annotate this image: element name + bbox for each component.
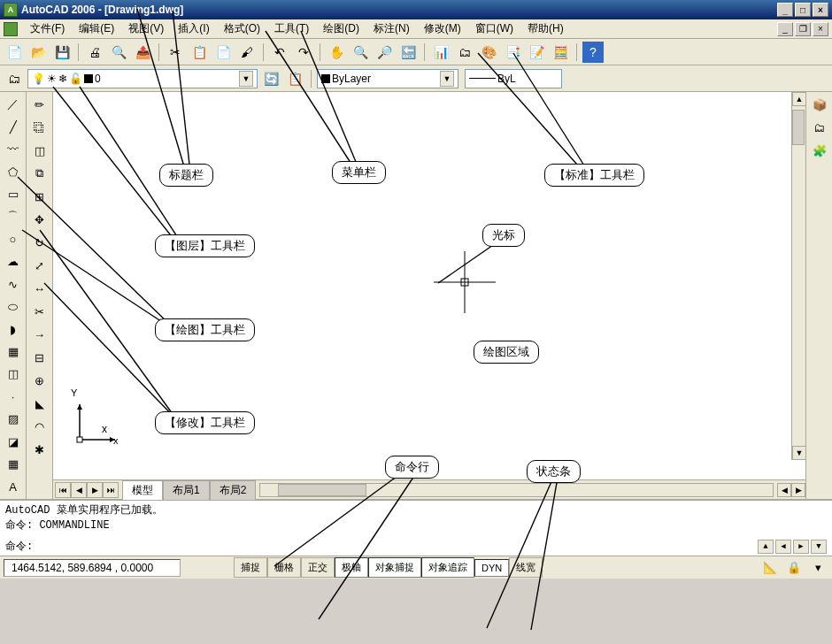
polygon-button[interactable]: ⬠	[3, 161, 24, 181]
chamfer-button[interactable]: ◣	[29, 393, 50, 414]
xline-button[interactable]: ╱	[3, 116, 24, 136]
designcenter-button[interactable]: 🗂	[454, 42, 475, 63]
scroll-thumb[interactable]	[278, 484, 366, 496]
tab-layout2[interactable]: 布局2	[210, 480, 257, 500]
help-button[interactable]: ?	[582, 42, 604, 63]
arc-button[interactable]: ⌒	[3, 206, 24, 226]
polar-toggle[interactable]: 极轴	[335, 557, 368, 578]
scale-button[interactable]: ⤢	[29, 255, 50, 276]
menu-window[interactable]: 窗口(W)	[468, 19, 520, 38]
menu-file[interactable]: 文件(F)	[23, 19, 72, 38]
ellipse-button[interactable]: ⬭	[3, 296, 24, 317]
preview-button[interactable]: 🔍	[108, 42, 129, 63]
explode-button[interactable]: ✱	[29, 439, 50, 460]
print-button[interactable]: 🖨	[84, 42, 105, 63]
fillet-button[interactable]: ◠	[29, 416, 50, 437]
tab-last-button[interactable]: ⏭	[103, 482, 119, 498]
tab-layout1[interactable]: 布局1	[163, 480, 210, 500]
vertical-scrollbar[interactable]: ▲ ▼	[791, 92, 805, 460]
ellipse-arc-button[interactable]: ◗	[3, 318, 24, 339]
cmd-scroll-right[interactable]: ▶	[793, 540, 809, 554]
circle-button[interactable]: ○	[3, 229, 24, 249]
cmd-scroll-down[interactable]: ▼	[811, 540, 827, 554]
line-button[interactable]: ／	[3, 94, 24, 114]
tray-icon[interactable]: ▾	[807, 557, 828, 579]
maximize-button[interactable]: □	[795, 3, 811, 17]
cmd-scroll-up[interactable]: ▲	[758, 540, 774, 554]
layer-previous-button[interactable]: 🔄	[260, 68, 281, 89]
menu-insert[interactable]: 插入(I)	[171, 19, 216, 38]
block-button[interactable]: ◫	[3, 364, 24, 384]
menu-draw[interactable]: 绘图(D)	[316, 19, 366, 38]
publish-button[interactable]: 📤	[132, 42, 153, 63]
tab-prev-button[interactable]: ◀	[71, 482, 87, 498]
mdi-minimize-button[interactable]: _	[777, 22, 793, 36]
markup-button[interactable]: 📝	[526, 42, 547, 63]
horizontal-scrollbar[interactable]	[259, 483, 774, 497]
palette-button-2[interactable]: 🗂	[809, 117, 830, 138]
stretch-button[interactable]: ↔	[29, 278, 50, 299]
lineweight-dropdown[interactable]: ByL	[465, 69, 562, 88]
undo-button[interactable]: ↶	[269, 42, 290, 63]
menu-edit[interactable]: 编辑(E)	[72, 19, 121, 38]
menu-tools[interactable]: 工具(T)	[267, 19, 316, 38]
zoom-prev-button[interactable]: 🔙	[397, 42, 419, 63]
new-button[interactable]: 📄	[4, 42, 25, 63]
scroll-right-button[interactable]: ▶	[791, 483, 805, 497]
mirror-button[interactable]: ◫	[29, 140, 50, 161]
paste-button[interactable]: 📄	[212, 42, 234, 63]
minimize-button[interactable]: _	[777, 3, 793, 17]
break-button[interactable]: ⊟	[29, 347, 50, 368]
scroll-down-button[interactable]: ▼	[792, 446, 805, 460]
hatch-button[interactable]: ▨	[3, 409, 24, 429]
color-dropdown[interactable]: ByLayer ▼	[317, 69, 458, 88]
matchprop-button[interactable]: 🖌	[236, 42, 258, 63]
chevron-down-icon[interactable]: ▼	[440, 71, 454, 87]
redo-button[interactable]: ↷	[293, 42, 314, 63]
lwt-toggle[interactable]: 线宽	[509, 557, 543, 578]
open-button[interactable]: 📂	[27, 42, 49, 63]
extend-button[interactable]: →	[29, 324, 50, 345]
point-button[interactable]: ·	[3, 387, 24, 407]
offset-button[interactable]: ⧉	[29, 163, 50, 184]
mdi-restore-button[interactable]: ❐	[795, 22, 811, 36]
tab-model[interactable]: 模型	[122, 480, 163, 500]
copy-button[interactable]: 📋	[189, 42, 210, 63]
palette-button-1[interactable]: 📦	[809, 94, 830, 115]
tab-first-button[interactable]: ⏮	[55, 482, 71, 498]
tab-next-button[interactable]: ▶	[87, 482, 103, 498]
menu-view[interactable]: 视图(V)	[121, 19, 171, 38]
toolpalette-button[interactable]: 🎨	[478, 42, 499, 63]
revcloud-button[interactable]: ☁	[3, 251, 24, 272]
chevron-down-icon[interactable]: ▼	[239, 71, 253, 87]
trim-button[interactable]: ✂	[29, 301, 50, 322]
menu-dimension[interactable]: 标注(N)	[366, 19, 417, 38]
erase-button[interactable]: ✏	[29, 94, 50, 115]
save-button[interactable]: 💾	[51, 42, 73, 63]
grid-toggle[interactable]: 栅格	[267, 557, 301, 578]
join-button[interactable]: ⊕	[29, 370, 50, 391]
menu-format[interactable]: 格式(O)	[217, 19, 267, 38]
spline-button[interactable]: ∿	[3, 274, 24, 295]
text-button[interactable]: A	[3, 476, 24, 496]
snap-toggle[interactable]: 捕捉	[234, 557, 267, 578]
zoom-realtime-button[interactable]: 🔍	[350, 42, 371, 63]
palette-button-3[interactable]: 🧩	[809, 140, 830, 161]
layer-state-button[interactable]: 📋	[284, 68, 305, 89]
ortho-toggle[interactable]: 正交	[301, 557, 335, 578]
calc-button[interactable]: 🧮	[550, 42, 571, 63]
cut-button[interactable]: ✂	[165, 42, 186, 63]
menu-modify[interactable]: 修改(M)	[417, 19, 468, 38]
rotate-button[interactable]: ↻	[29, 232, 50, 253]
rectangle-button[interactable]: ▭	[3, 184, 24, 204]
otrack-toggle[interactable]: 对象追踪	[421, 557, 474, 578]
pan-button[interactable]: ✋	[326, 42, 347, 63]
lock-icon[interactable]: 🔒	[783, 557, 805, 579]
status-icon-1[interactable]: 📐	[759, 557, 781, 579]
polyline-button[interactable]: 〰	[3, 139, 24, 159]
move-button[interactable]: ✥	[29, 209, 50, 230]
array-button[interactable]: ⊞	[29, 186, 50, 207]
mdi-close-button[interactable]: ×	[813, 22, 828, 36]
close-button[interactable]: ×	[813, 3, 828, 17]
layer-dropdown[interactable]: 💡 ☀ ❄ 🔓 0 ▼	[27, 69, 258, 88]
